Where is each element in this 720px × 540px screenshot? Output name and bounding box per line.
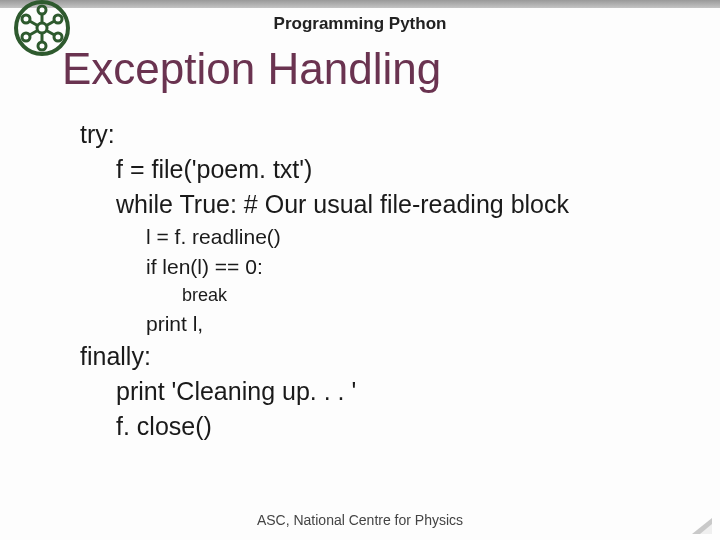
code-line: break bbox=[182, 283, 680, 307]
header-title: Programming Python bbox=[0, 14, 720, 34]
code-line: l = f. readline() bbox=[146, 223, 680, 251]
svg-point-5 bbox=[22, 33, 30, 41]
code-line: if len(l) == 0: bbox=[146, 253, 680, 281]
page-curl-icon bbox=[692, 518, 712, 534]
top-bar bbox=[0, 0, 720, 8]
code-block: try: f = file('poem. txt') while True: #… bbox=[80, 116, 680, 445]
slide: Programming Python Exception Handling tr… bbox=[0, 0, 720, 540]
page-title: Exception Handling bbox=[62, 44, 441, 94]
code-line: while True: # Our usual file-reading blo… bbox=[116, 188, 680, 221]
svg-point-1 bbox=[38, 6, 46, 14]
svg-point-2 bbox=[38, 42, 46, 50]
code-line: finally: bbox=[80, 340, 680, 373]
code-line: f = file('poem. txt') bbox=[116, 153, 680, 186]
code-line: f. close() bbox=[116, 410, 680, 443]
code-line: print l, bbox=[146, 310, 680, 338]
svg-point-4 bbox=[54, 33, 62, 41]
code-line: print 'Cleaning up. . . ' bbox=[116, 375, 680, 408]
footer-text: ASC, National Centre for Physics bbox=[0, 512, 720, 528]
code-line: try: bbox=[80, 118, 680, 151]
